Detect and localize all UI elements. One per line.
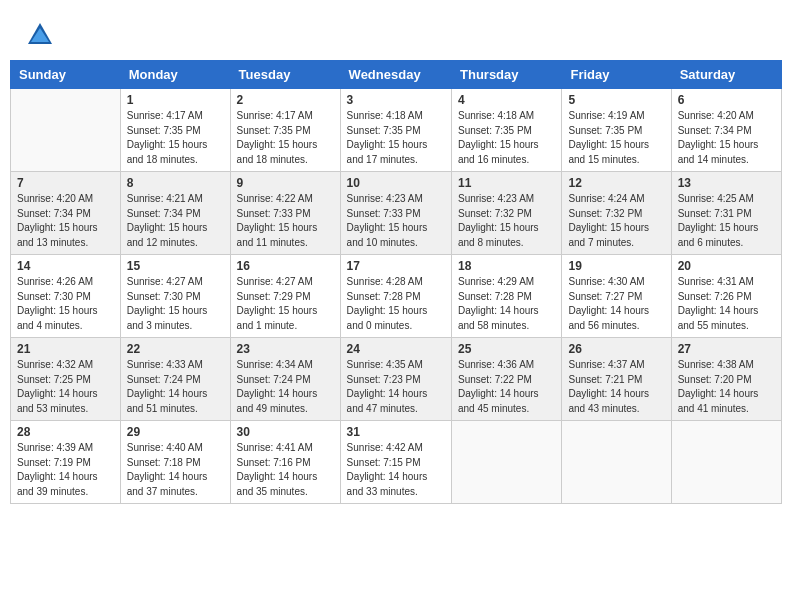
- day-number: 14: [17, 259, 114, 273]
- day-info: Sunrise: 4:26 AM Sunset: 7:30 PM Dayligh…: [17, 275, 114, 333]
- calendar-day-cell: 14Sunrise: 4:26 AM Sunset: 7:30 PM Dayli…: [11, 255, 121, 338]
- day-info: Sunrise: 4:24 AM Sunset: 7:32 PM Dayligh…: [568, 192, 664, 250]
- day-info: Sunrise: 4:17 AM Sunset: 7:35 PM Dayligh…: [127, 109, 224, 167]
- calendar-day-cell: 30Sunrise: 4:41 AM Sunset: 7:16 PM Dayli…: [230, 421, 340, 504]
- calendar-day-cell: 6Sunrise: 4:20 AM Sunset: 7:34 PM Daylig…: [671, 89, 781, 172]
- day-number: 31: [347, 425, 445, 439]
- calendar-day-cell: 16Sunrise: 4:27 AM Sunset: 7:29 PM Dayli…: [230, 255, 340, 338]
- calendar-week-row: 1Sunrise: 4:17 AM Sunset: 7:35 PM Daylig…: [11, 89, 782, 172]
- day-info: Sunrise: 4:31 AM Sunset: 7:26 PM Dayligh…: [678, 275, 775, 333]
- day-info: Sunrise: 4:28 AM Sunset: 7:28 PM Dayligh…: [347, 275, 445, 333]
- calendar-day-cell: 11Sunrise: 4:23 AM Sunset: 7:32 PM Dayli…: [452, 172, 562, 255]
- calendar-day-cell: 19Sunrise: 4:30 AM Sunset: 7:27 PM Dayli…: [562, 255, 671, 338]
- calendar-day-cell: 24Sunrise: 4:35 AM Sunset: 7:23 PM Dayli…: [340, 338, 451, 421]
- day-info: Sunrise: 4:30 AM Sunset: 7:27 PM Dayligh…: [568, 275, 664, 333]
- day-number: 23: [237, 342, 334, 356]
- day-number: 19: [568, 259, 664, 273]
- day-info: Sunrise: 4:41 AM Sunset: 7:16 PM Dayligh…: [237, 441, 334, 499]
- day-number: 9: [237, 176, 334, 190]
- day-number: 5: [568, 93, 664, 107]
- calendar-day-cell: 17Sunrise: 4:28 AM Sunset: 7:28 PM Dayli…: [340, 255, 451, 338]
- day-number: 11: [458, 176, 555, 190]
- day-number: 16: [237, 259, 334, 273]
- logo-icon: [25, 20, 55, 50]
- day-number: 1: [127, 93, 224, 107]
- day-info: Sunrise: 4:33 AM Sunset: 7:24 PM Dayligh…: [127, 358, 224, 416]
- calendar-day-cell: 18Sunrise: 4:29 AM Sunset: 7:28 PM Dayli…: [452, 255, 562, 338]
- day-info: Sunrise: 4:38 AM Sunset: 7:20 PM Dayligh…: [678, 358, 775, 416]
- day-info: Sunrise: 4:20 AM Sunset: 7:34 PM Dayligh…: [678, 109, 775, 167]
- day-number: 8: [127, 176, 224, 190]
- day-of-week-header: Tuesday: [230, 61, 340, 89]
- day-number: 13: [678, 176, 775, 190]
- calendar-day-cell: 28Sunrise: 4:39 AM Sunset: 7:19 PM Dayli…: [11, 421, 121, 504]
- day-number: 27: [678, 342, 775, 356]
- calendar-table: SundayMondayTuesdayWednesdayThursdayFrid…: [10, 60, 782, 504]
- day-number: 26: [568, 342, 664, 356]
- day-number: 29: [127, 425, 224, 439]
- calendar-day-cell: 21Sunrise: 4:32 AM Sunset: 7:25 PM Dayli…: [11, 338, 121, 421]
- day-info: Sunrise: 4:27 AM Sunset: 7:30 PM Dayligh…: [127, 275, 224, 333]
- calendar-day-cell: 26Sunrise: 4:37 AM Sunset: 7:21 PM Dayli…: [562, 338, 671, 421]
- day-number: 20: [678, 259, 775, 273]
- day-number: 22: [127, 342, 224, 356]
- calendar-day-cell: 8Sunrise: 4:21 AM Sunset: 7:34 PM Daylig…: [120, 172, 230, 255]
- calendar-day-cell: 3Sunrise: 4:18 AM Sunset: 7:35 PM Daylig…: [340, 89, 451, 172]
- day-info: Sunrise: 4:27 AM Sunset: 7:29 PM Dayligh…: [237, 275, 334, 333]
- day-number: 17: [347, 259, 445, 273]
- calendar-day-cell: 20Sunrise: 4:31 AM Sunset: 7:26 PM Dayli…: [671, 255, 781, 338]
- day-info: Sunrise: 4:18 AM Sunset: 7:35 PM Dayligh…: [347, 109, 445, 167]
- day-info: Sunrise: 4:19 AM Sunset: 7:35 PM Dayligh…: [568, 109, 664, 167]
- day-number: 3: [347, 93, 445, 107]
- day-of-week-header: Monday: [120, 61, 230, 89]
- day-info: Sunrise: 4:23 AM Sunset: 7:33 PM Dayligh…: [347, 192, 445, 250]
- calendar-day-cell: [562, 421, 671, 504]
- day-info: Sunrise: 4:21 AM Sunset: 7:34 PM Dayligh…: [127, 192, 224, 250]
- calendar-day-cell: 9Sunrise: 4:22 AM Sunset: 7:33 PM Daylig…: [230, 172, 340, 255]
- day-number: 21: [17, 342, 114, 356]
- day-number: 6: [678, 93, 775, 107]
- calendar-week-row: 14Sunrise: 4:26 AM Sunset: 7:30 PM Dayli…: [11, 255, 782, 338]
- calendar-day-cell: [671, 421, 781, 504]
- day-info: Sunrise: 4:37 AM Sunset: 7:21 PM Dayligh…: [568, 358, 664, 416]
- calendar-day-cell: 12Sunrise: 4:24 AM Sunset: 7:32 PM Dayli…: [562, 172, 671, 255]
- day-info: Sunrise: 4:29 AM Sunset: 7:28 PM Dayligh…: [458, 275, 555, 333]
- calendar-day-cell: 27Sunrise: 4:38 AM Sunset: 7:20 PM Dayli…: [671, 338, 781, 421]
- calendar-day-cell: 23Sunrise: 4:34 AM Sunset: 7:24 PM Dayli…: [230, 338, 340, 421]
- calendar-day-cell: 25Sunrise: 4:36 AM Sunset: 7:22 PM Dayli…: [452, 338, 562, 421]
- calendar-week-row: 21Sunrise: 4:32 AM Sunset: 7:25 PM Dayli…: [11, 338, 782, 421]
- day-info: Sunrise: 4:20 AM Sunset: 7:34 PM Dayligh…: [17, 192, 114, 250]
- calendar-day-cell: 5Sunrise: 4:19 AM Sunset: 7:35 PM Daylig…: [562, 89, 671, 172]
- day-info: Sunrise: 4:35 AM Sunset: 7:23 PM Dayligh…: [347, 358, 445, 416]
- calendar-day-cell: 13Sunrise: 4:25 AM Sunset: 7:31 PM Dayli…: [671, 172, 781, 255]
- calendar-header-row: SundayMondayTuesdayWednesdayThursdayFrid…: [11, 61, 782, 89]
- day-number: 2: [237, 93, 334, 107]
- calendar-day-cell: 15Sunrise: 4:27 AM Sunset: 7:30 PM Dayli…: [120, 255, 230, 338]
- calendar-week-row: 7Sunrise: 4:20 AM Sunset: 7:34 PM Daylig…: [11, 172, 782, 255]
- calendar-day-cell: 1Sunrise: 4:17 AM Sunset: 7:35 PM Daylig…: [120, 89, 230, 172]
- day-info: Sunrise: 4:34 AM Sunset: 7:24 PM Dayligh…: [237, 358, 334, 416]
- day-info: Sunrise: 4:23 AM Sunset: 7:32 PM Dayligh…: [458, 192, 555, 250]
- day-of-week-header: Friday: [562, 61, 671, 89]
- day-number: 30: [237, 425, 334, 439]
- day-number: 15: [127, 259, 224, 273]
- day-number: 7: [17, 176, 114, 190]
- day-info: Sunrise: 4:18 AM Sunset: 7:35 PM Dayligh…: [458, 109, 555, 167]
- calendar-day-cell: 29Sunrise: 4:40 AM Sunset: 7:18 PM Dayli…: [120, 421, 230, 504]
- day-info: Sunrise: 4:17 AM Sunset: 7:35 PM Dayligh…: [237, 109, 334, 167]
- calendar-day-cell: 2Sunrise: 4:17 AM Sunset: 7:35 PM Daylig…: [230, 89, 340, 172]
- day-info: Sunrise: 4:36 AM Sunset: 7:22 PM Dayligh…: [458, 358, 555, 416]
- calendar-day-cell: 31Sunrise: 4:42 AM Sunset: 7:15 PM Dayli…: [340, 421, 451, 504]
- day-of-week-header: Saturday: [671, 61, 781, 89]
- calendar-day-cell: [11, 89, 121, 172]
- day-of-week-header: Thursday: [452, 61, 562, 89]
- day-of-week-header: Wednesday: [340, 61, 451, 89]
- day-number: 10: [347, 176, 445, 190]
- day-number: 24: [347, 342, 445, 356]
- day-info: Sunrise: 4:32 AM Sunset: 7:25 PM Dayligh…: [17, 358, 114, 416]
- day-of-week-header: Sunday: [11, 61, 121, 89]
- day-info: Sunrise: 4:39 AM Sunset: 7:19 PM Dayligh…: [17, 441, 114, 499]
- day-number: 18: [458, 259, 555, 273]
- calendar-day-cell: 7Sunrise: 4:20 AM Sunset: 7:34 PM Daylig…: [11, 172, 121, 255]
- calendar-week-row: 28Sunrise: 4:39 AM Sunset: 7:19 PM Dayli…: [11, 421, 782, 504]
